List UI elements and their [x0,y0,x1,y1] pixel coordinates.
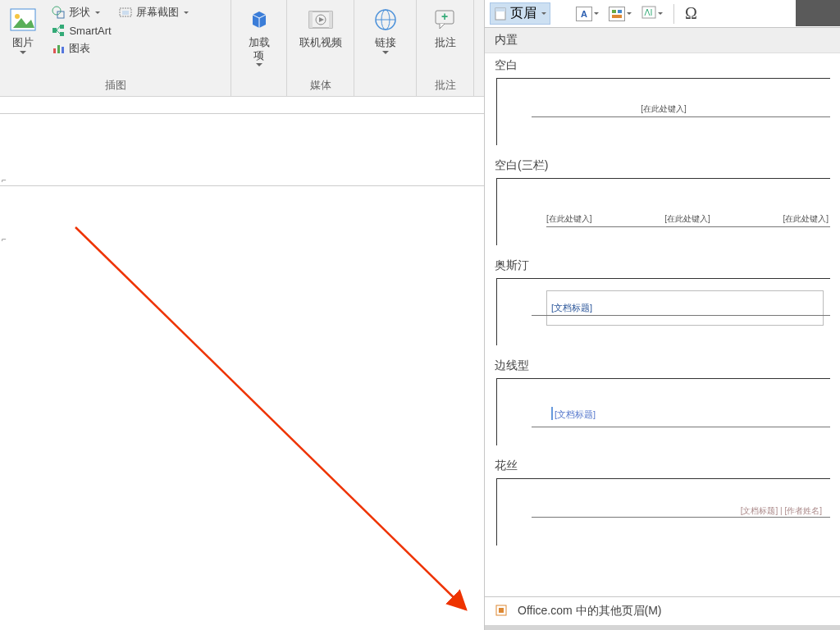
svg-rect-8 [57,45,60,53]
sideline-bar [551,407,553,420]
textbox-button[interactable]: A [573,5,601,23]
picture-button[interactable]: 图片 [5,3,41,56]
screenshot-label: 屏幕截图 [136,5,179,20]
dropdown-caret-icon [541,12,546,15]
shapes-icon [51,5,66,20]
page-corner-marker: ⌐ [2,235,7,244]
header-item-sideline[interactable]: 边线型 [文档标题] [485,354,840,454]
link-icon [371,5,400,34]
preview-box: [文档标题] [496,378,830,445]
preview-label: 花丝 [495,459,830,473]
online-video-button[interactable]: 联机视频 [292,3,349,51]
svg-rect-14 [329,11,332,28]
link-label: 链接 [375,36,396,49]
video-label: 联机视频 [299,36,342,49]
header-item-blank[interactable]: 空白 [在此处键入] [485,53,840,153]
preview-label: 边线型 [495,358,830,373]
smartart-label: SmartArt [69,25,111,37]
page-corner-marker: ⌐ [2,176,7,185]
svg-rect-13 [309,11,313,28]
header-gallery-panel: 页眉 A Ω 内置 空白 [在此处键入] 空白(三栏) [在此处键入] [484,0,840,630]
svg-point-2 [52,7,61,15]
addin-label: 加载项 [249,36,270,62]
dropdown-caret-icon [256,63,262,66]
dropdown-caret-icon [658,12,663,15]
wordart-icon [641,6,656,22]
svg-rect-25 [618,10,622,13]
svg-rect-24 [612,10,616,13]
document-area[interactable]: ⌐ ⌐ [0,97,484,630]
preview-line [532,427,830,427]
svg-rect-26 [612,15,622,18]
picture-label: 图片 [12,36,34,49]
placeholder-text: [在此处键入] [783,213,829,225]
header-item-austin[interactable]: 奥斯汀 [文档标题] [485,253,840,354]
svg-rect-6 [60,32,64,36]
separator [673,4,674,24]
chart-button[interactable]: 图表 [51,39,111,57]
menu-label: Office.com 中的其他页眉(M) [518,604,662,619]
quickparts-button[interactable] [606,5,634,23]
dropdown-caret-icon [594,12,599,15]
ribbon-group-comment: + 批注 批注 [417,0,474,96]
addin-icon [244,5,274,34]
picture-icon [8,5,38,34]
svg-rect-11 [122,11,129,15]
symbol-button[interactable]: Ω [682,2,700,25]
screenshot-button[interactable]: 屏幕截图 [118,3,189,21]
addin-button[interactable]: 加载项 [236,3,281,68]
builtin-section-title: 内置 [485,28,840,53]
preview-label: 空白 [495,58,830,73]
svg-rect-9 [62,47,64,53]
edit-header-button[interactable]: 编辑页眉(E) [485,625,840,630]
smartart-button[interactable]: SmartArt [51,21,111,39]
header-panel-footer: Office.com 中的其他页眉(M) 编辑页眉(E) [485,596,840,630]
smartart-icon [51,23,66,38]
comment-button[interactable]: + 批注 [422,3,468,51]
preview-line [532,116,830,117]
placeholder-row: [在此处键入] [在此处键入] [在此处键入] [546,213,830,227]
svg-text:+: + [441,10,448,23]
placeholder-text: [文档标题] | [作者姓名] [741,505,822,517]
page-header-icon [494,7,507,21]
dropdown-caret-icon [95,11,100,14]
textbox-icon: A [576,7,592,21]
svg-rect-29 [499,608,504,613]
dropdown-caret-icon [627,12,632,15]
preview-box: [在此处键入] [496,78,830,145]
placeholder-text: [在此处键入] [546,213,592,225]
header-dropdown-button[interactable]: 页眉 [490,2,550,25]
group-label-insert: 插图 [0,78,231,93]
placeholder-text: [文档标题] [555,409,596,421]
quickparts-icon [609,7,625,21]
placeholder-text: [在此处键入] [664,213,710,225]
header-item-blank-three[interactable]: 空白(三栏) [在此处键入] [在此处键入] [在此处键入] [485,153,840,253]
header-gallery-body[interactable]: 空白 [在此处键入] 空白(三栏) [在此处键入] [在此处键入] [在此处键入… [485,53,840,596]
preview-line [532,517,830,518]
svg-rect-5 [60,25,64,29]
svg-point-1 [15,14,20,19]
link-button[interactable]: 链接 [359,3,411,56]
more-headers-office-button[interactable]: Office.com 中的其他页眉(M) [485,597,840,625]
preview-box: [文档标题] | [作者姓名] [496,478,830,546]
shapes-label: 形状 [69,5,90,20]
group-label-comment: 批注 [417,78,473,93]
svg-rect-7 [53,48,56,53]
screenshot-icon [118,5,133,20]
omega-icon: Ω [685,4,697,23]
comment-icon: + [431,5,460,34]
header-panel-toolbar: 页眉 A Ω [485,0,840,28]
dropdown-caret-icon [382,51,389,54]
dropdown-caret-icon [184,11,189,14]
wordart-button[interactable] [639,4,665,24]
comment-label: 批注 [435,36,456,49]
svg-rect-23 [495,8,505,11]
header-item-filigree[interactable]: 花丝 [文档标题] | [作者姓名] [485,454,840,554]
ruler-line [0,113,484,114]
dropdown-caret-icon [20,51,26,54]
header-dropdown-label: 页眉 [510,5,536,22]
preview-label: 空白(三栏) [495,158,830,173]
placeholder-text: [文档标题] [551,302,592,314]
shapes-button[interactable]: 形状 [51,3,111,21]
preview-box: [在此处键入] [在此处键入] [在此处键入] [496,178,830,245]
